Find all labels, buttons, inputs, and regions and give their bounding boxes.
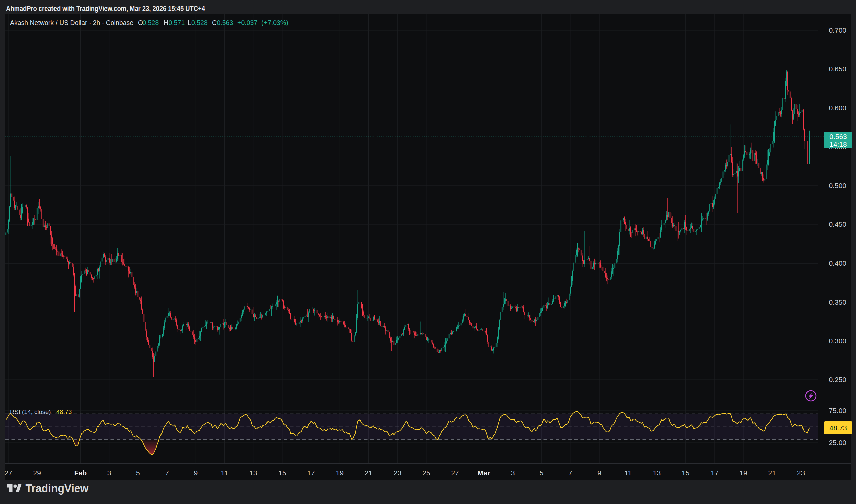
svg-text:+0.037: +0.037 [237,19,257,26]
svg-text:(+7.03%): (+7.03%) [261,19,288,26]
svg-text:27: 27 [451,469,459,476]
svg-text:Feb: Feb [74,469,87,476]
svg-text:21: 21 [768,469,776,476]
svg-text:11: 11 [221,469,228,476]
svg-text:19: 19 [739,469,747,476]
svg-text:0.563: 0.563 [217,19,234,26]
svg-text:27: 27 [4,469,12,476]
svg-text:11: 11 [624,469,632,476]
svg-text:0.350: 0.350 [828,298,846,306]
svg-text:21: 21 [365,469,373,476]
svg-text:(14, close): (14, close) [22,409,51,415]
svg-text:19: 19 [336,469,344,476]
svg-text:0.600: 0.600 [828,104,846,111]
svg-text:75.00: 75.00 [828,407,846,414]
svg-text:Mar: Mar [478,469,490,476]
svg-text:0.250: 0.250 [828,376,846,383]
svg-text:Akash Network / US Dollar · 2h: Akash Network / US Dollar · 2h · Coinbas… [10,19,133,26]
svg-text:13: 13 [250,469,257,476]
svg-text:0.400: 0.400 [828,259,846,267]
svg-text:15: 15 [278,469,286,476]
svg-text:C: C [212,19,217,26]
svg-text:9: 9 [597,469,601,476]
svg-text:48.73: 48.73 [829,424,847,432]
svg-text:15: 15 [682,469,689,476]
svg-text:7: 7 [568,469,572,476]
svg-text:0.650: 0.650 [828,65,846,73]
svg-text:0.700: 0.700 [828,26,846,34]
svg-text:3: 3 [107,469,112,476]
svg-text:TradingView: TradingView [26,482,89,494]
svg-text:13: 13 [653,469,661,476]
svg-text:25: 25 [422,469,430,476]
svg-text:29: 29 [33,469,41,476]
svg-text:L: L [188,19,191,26]
svg-text:5: 5 [136,469,140,476]
svg-text:H: H [164,19,168,26]
svg-text:RSI: RSI [10,409,20,415]
svg-text:0.528: 0.528 [191,19,208,26]
svg-text:7: 7 [165,469,169,476]
svg-text:23: 23 [394,469,401,476]
svg-text:17: 17 [307,469,315,476]
svg-text:0.500: 0.500 [828,182,846,190]
svg-text:0.563: 0.563 [829,132,847,140]
svg-text:0.300: 0.300 [828,337,846,345]
svg-text:0.571: 0.571 [169,19,185,26]
svg-text:25.00: 25.00 [828,438,846,446]
svg-text:23: 23 [797,469,805,476]
svg-text:9: 9 [194,469,198,476]
svg-text:48.73: 48.73 [56,409,71,415]
svg-text:17: 17 [711,469,718,476]
svg-text:14:18: 14:18 [829,140,847,148]
svg-text:AhmadPro created with TradingV: AhmadPro created with TradingView.com, M… [6,4,205,13]
svg-text:5: 5 [540,469,544,476]
svg-text:0.450: 0.450 [828,220,846,228]
svg-text:0.528: 0.528 [143,19,159,26]
svg-text:3: 3 [511,469,515,476]
